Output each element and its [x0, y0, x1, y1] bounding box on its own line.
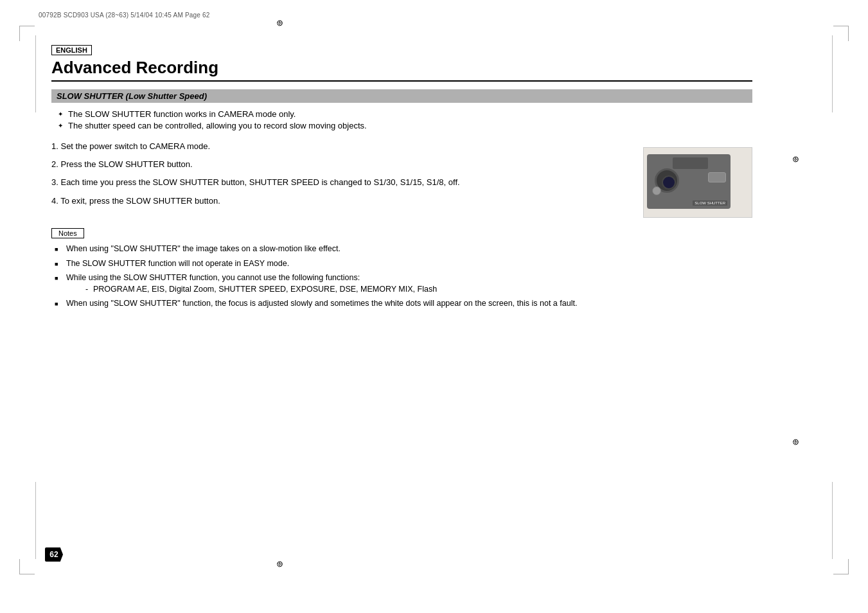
camera-lens-inner [662, 175, 676, 190]
camera-image: SLOW SHUTTER [643, 147, 752, 218]
camera-button [708, 172, 726, 182]
step-3: 3. Each time you press the SLOW SHUTTER … [51, 177, 630, 188]
intro-bullets: The SLOW SHUTTER function works in CAMER… [51, 109, 752, 130]
note-sub-item-1: PROGRAM AE, EIS, Digital Zoom, SHUTTER S… [85, 284, 752, 296]
crosshair-top: ⊕ [276, 18, 288, 30]
notes-label: Notes [58, 229, 77, 237]
crosshair-bottom: ⊕ [276, 559, 288, 571]
steps-area: 1. Set the power switch to CAMERA mode. … [51, 141, 630, 213]
border-right-bottom [832, 482, 833, 559]
camera-slow-shutter-label: SLOW SHUTTER [693, 200, 727, 206]
page-number: 62 [45, 547, 63, 562]
camera-top [673, 157, 708, 169]
note-item-1: When using "SLOW SHUTTER" the image take… [55, 244, 752, 255]
crosshair-right-bottom: ⊕ [792, 437, 804, 449]
camera-circle-btn [652, 186, 661, 195]
note-item-3: While using the SLOW SHUTTER function, y… [55, 272, 752, 295]
reg-mark-br [833, 559, 849, 574]
header-meta-text: 00792B SCD903 USA (28~63) 5/14/04 10:45 … [39, 12, 210, 19]
border-left-top [35, 35, 36, 112]
page-title: Advanced Recording [51, 58, 752, 82]
crosshair-right-top: ⊕ [792, 154, 804, 166]
note-item-2: The SLOW SHUTTER function will not opera… [55, 258, 752, 270]
header-meta: 00792B SCD903 USA (28~63) 5/14/04 10:45 … [39, 12, 210, 19]
reg-mark-tr [833, 26, 849, 41]
steps-image-container: 1. Set the power switch to CAMERA mode. … [51, 141, 752, 218]
page-container: ⊕ ⊕ ⊕ ⊕ 00792B SCD903 USA (28~63) 5/14/0… [0, 0, 868, 613]
reg-mark-bl [19, 559, 35, 574]
camera-body: SLOW SHUTTER [647, 154, 731, 209]
border-left-bottom [35, 482, 36, 559]
intro-bullet-1: The SLOW SHUTTER function works in CAMER… [58, 109, 752, 119]
notes-box: Notes [51, 228, 84, 238]
reg-mark-tl [19, 26, 35, 41]
intro-bullet-2: The shutter speed can be controlled, all… [58, 121, 752, 130]
border-right-top [832, 35, 833, 112]
note-item-4: When using "SLOW SHUTTER" function, the … [55, 298, 752, 310]
english-label: ENGLISH [51, 45, 92, 55]
notes-list: When using "SLOW SHUTTER" the image take… [51, 244, 752, 310]
main-content: ENGLISH Advanced Recording SLOW SHUTTER … [51, 39, 752, 323]
step-1: 1. Set the power switch to CAMERA mode. [51, 141, 630, 152]
step-4: 4. To exit, press the SLOW SHUTTER butto… [51, 195, 630, 207]
section-header: SLOW SHUTTER (Low Shutter Speed) [51, 89, 752, 103]
note-sub-list: PROGRAM AE, EIS, Digital Zoom, SHUTTER S… [66, 284, 752, 296]
step-2: 2. Press the SLOW SHUTTER button. [51, 159, 630, 170]
